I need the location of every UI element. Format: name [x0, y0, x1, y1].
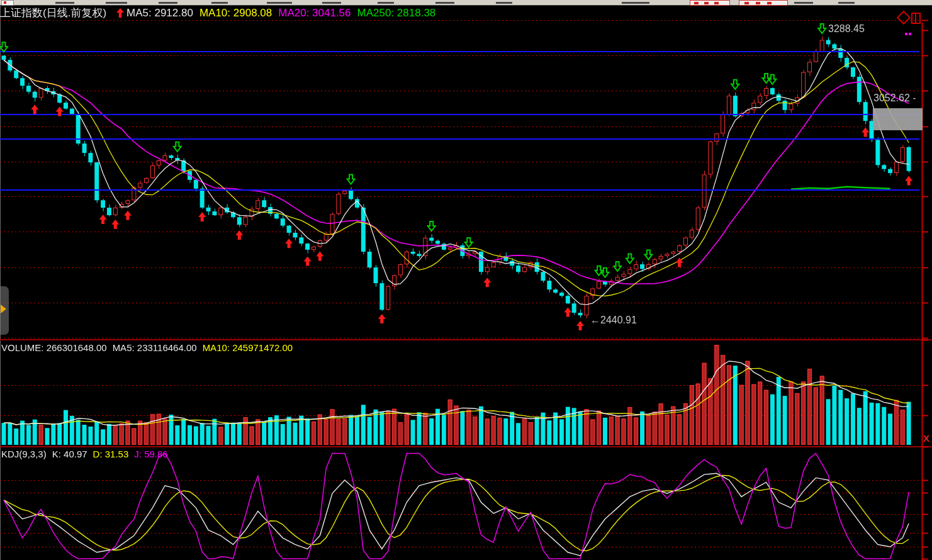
ma20-edge-dot: [909, 33, 911, 35]
highlight-box: [873, 108, 923, 130]
up-arrow-icon: [116, 8, 124, 18]
instrument-title: 上证指数(日线.前复权): [0, 7, 106, 19]
volume-value: VOLUME: 266301648.00: [1, 342, 107, 353]
ma10-value: MA10: 2908.08: [199, 7, 272, 19]
trading-app-window: 上证指数(日线.前复权)MA5: 2912.80MA10: 2908.08MA2…: [0, 0, 932, 560]
volume-ma5-value: MA5: 233116464.00: [113, 342, 197, 353]
kdj-j-value: J: 59.86: [134, 449, 167, 459]
trough-price-label: ←2440.91: [590, 315, 637, 326]
kdj-k-value: K: 40.97: [52, 449, 87, 459]
kdj-name: KDJ(9,3,3): [1, 449, 47, 459]
chart-title-bar: 上证指数(日线.前复权)MA5: 2912.80MA10: 2908.08MA2…: [0, 6, 919, 28]
x-icon[interactable]: X: [923, 433, 929, 444]
ma250-value: MA250: 2818.38: [357, 7, 436, 19]
ma20-value: MA20: 3041.56: [278, 7, 351, 19]
peak-price-label: 3288.45: [828, 23, 865, 35]
menu-bar[interactable]: [0, 0, 932, 6]
volume-pane-header: VOLUME: 266301648.00MA5: 233116464.00MA1…: [1, 342, 298, 353]
ma20-edge-dot: [905, 33, 907, 35]
sidebar-expander-tab[interactable]: [0, 286, 9, 335]
expander-arrow-icon: [1, 305, 6, 313]
kdj-pane-header: KDJ(9,3,3)K: 40.97D: 31.53J: 59.86: [1, 449, 174, 459]
menu-sell-button[interactable]: [739, 0, 788, 6]
ma5-value: MA5: 2912.80: [126, 7, 193, 19]
menu-buy-button[interactable]: [690, 0, 730, 6]
level-price-label: 3052.62 -: [873, 92, 916, 104]
restore-window-icon[interactable]: [911, 13, 921, 24]
app-icon[interactable]: [1, 0, 14, 6]
volume-ma10-value: MA10: 245971472.00: [203, 342, 293, 353]
kdj-d-value: D: 31.53: [93, 449, 129, 459]
price-volume-kdj-chart-canvas[interactable]: [0, 0, 932, 560]
